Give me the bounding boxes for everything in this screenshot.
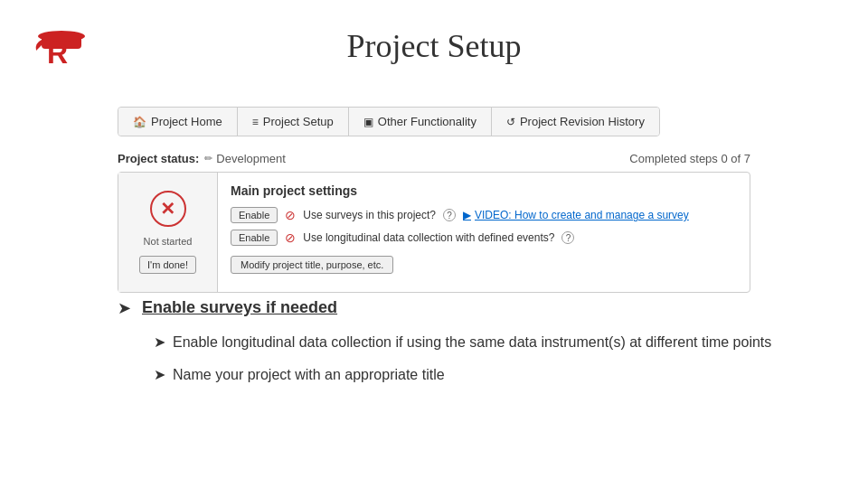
setting-row-surveys: Enable ⊘ Use surveys in this project? ? … (231, 207, 737, 223)
pencil-icon: ✏ (204, 153, 212, 164)
longitudinal-setting-text: Use longitudinal data collection with de… (303, 231, 554, 244)
video-link-surveys[interactable]: ▶ VIDEO: How to create and manage a surv… (463, 209, 689, 221)
settings-content: Main project settings Enable ⊘ Use surve… (218, 173, 750, 292)
status-bar: Project status: ✏ Development Completed … (118, 152, 750, 165)
no-circle-longitudinal: ⊘ (285, 230, 296, 245)
sub-bullet-2-arrow: ➤ (154, 366, 165, 383)
tab-project-setup[interactable]: ≡ Project Setup (238, 108, 349, 136)
setting-row-longitudinal: Enable ⊘ Use longitudinal data collectio… (231, 230, 737, 246)
question-mark-surveys[interactable]: ? (443, 209, 456, 221)
settings-inner: ✕ Not started I'm done! Main project set… (118, 173, 750, 292)
grid-icon: ▣ (363, 116, 373, 128)
survey-setting-text: Use surveys in this project? (303, 209, 436, 221)
main-bullet: ➤ Enable surveys if needed (118, 298, 778, 318)
status-label: Project status: (118, 152, 199, 165)
enable-longitudinal-button[interactable]: Enable (231, 230, 278, 246)
not-started-panel: ✕ Not started I'm done! (118, 173, 218, 292)
modify-row: Modify project title, purpose, etc. (231, 252, 737, 274)
sub-bullet-1-arrow: ➤ (154, 333, 165, 351)
enable-surveys-button[interactable]: Enable (231, 207, 278, 223)
not-started-label: Not started (144, 236, 193, 247)
settings-box: ✕ Not started I'm done! Main project set… (118, 172, 750, 293)
list-icon: ≡ (252, 116, 259, 128)
page-title: Project Setup (0, 27, 868, 65)
content-area: ➤ Enable surveys if needed ➤ Enable long… (118, 298, 778, 399)
steps-completed: Completed steps 0 of 7 (629, 152, 750, 165)
x-icon: ✕ (150, 191, 186, 227)
main-bullet-text: Enable surveys if needed (142, 298, 337, 317)
no-circle-surveys: ⊘ (285, 208, 296, 222)
im-done-button[interactable]: I'm done! (139, 256, 196, 274)
main-bullet-arrow: ➤ (118, 298, 131, 318)
sub-bullet-2: ➤ Name your project with an appropriate … (154, 365, 778, 385)
question-mark-longitudinal[interactable]: ? (561, 231, 574, 244)
sub-bullets: ➤ Enable longitudinal data collection if… (154, 333, 778, 386)
sub-bullet-2-text: Name your project with an appropriate ti… (173, 365, 445, 385)
sub-bullet-1-text: Enable longitudinal data collection if u… (173, 333, 771, 352)
home-icon: 🏠 (133, 116, 146, 128)
status-value: ✏ Development (204, 152, 286, 165)
modify-project-button[interactable]: Modify project title, purpose, etc. (231, 256, 393, 274)
tab-project-revision-history[interactable]: ↺ Project Revision History (492, 108, 659, 136)
history-icon: ↺ (506, 116, 515, 128)
tab-project-home[interactable]: 🏠 Project Home (118, 108, 238, 136)
sub-bullet-1: ➤ Enable longitudinal data collection if… (154, 333, 778, 352)
tab-other-functionality[interactable]: ▣ Other Functionality (349, 108, 492, 136)
status-left: Project status: ✏ Development (118, 152, 286, 165)
nav-tabs: 🏠 Project Home ≡ Project Setup ▣ Other F… (118, 107, 660, 136)
settings-title: Main project settings (231, 183, 737, 198)
play-icon: ▶ (463, 209, 471, 221)
